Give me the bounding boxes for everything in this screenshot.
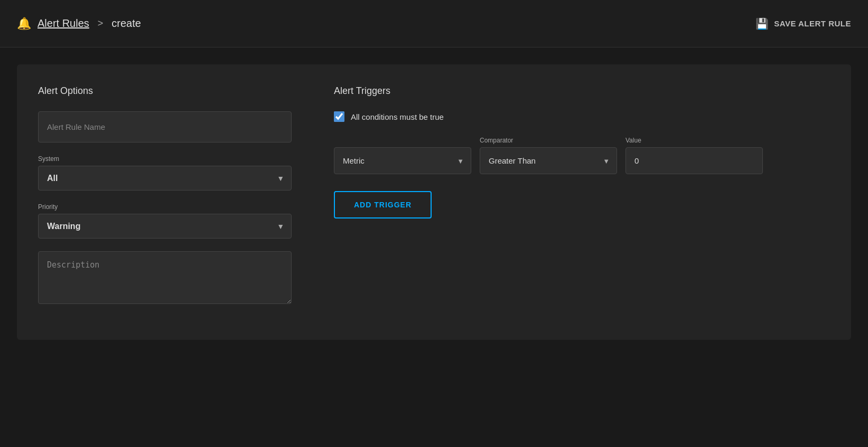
description-textarea[interactable] [38, 251, 292, 304]
trigger-row: Metric CPU Memory Disk ▼ Comparator Grea… [334, 137, 830, 174]
main-content: Alert Options System All System 1 System… [0, 47, 868, 357]
breadcrumb-current: create [111, 17, 141, 30]
system-select-wrapper: System All System 1 System 2 ▼ [38, 155, 292, 191]
bell-icon: 🔔 [17, 17, 31, 31]
priority-select[interactable]: Warning Critical Info [38, 214, 292, 239]
metric-group: Metric CPU Memory Disk ▼ [334, 147, 471, 174]
priority-label: Priority [38, 203, 292, 211]
save-alert-rule-button[interactable]: 💾 SAVE ALERT RULE [755, 17, 851, 30]
comparator-select-wrapper: Greater Than Less Than Equal To Not Equa… [480, 147, 617, 174]
system-label: System [38, 155, 292, 163]
comparator-label: Comparator [480, 137, 617, 144]
breadcrumb-separator: > [98, 18, 104, 29]
alert-options-title: Alert Options [38, 85, 292, 97]
comparator-group: Comparator Greater Than Less Than Equal … [480, 137, 617, 174]
rule-name-group [38, 111, 292, 142]
add-trigger-label: ADD TRIGGER [354, 201, 412, 209]
all-conditions-label: All conditions must be true [351, 112, 444, 121]
all-conditions-checkbox[interactable] [334, 111, 344, 122]
alert-rule-name-input[interactable] [38, 111, 292, 142]
value-group: Value [626, 137, 763, 174]
alert-triggers-section: Alert Triggers All conditions must be tr… [334, 85, 830, 319]
system-select[interactable]: All System 1 System 2 [38, 166, 292, 191]
form-card: Alert Options System All System 1 System… [17, 64, 851, 340]
header: 🔔 Alert Rules > create 💾 SAVE ALERT RULE [0, 0, 868, 47]
add-trigger-button[interactable]: ADD TRIGGER [334, 191, 432, 218]
description-group [38, 251, 292, 306]
metric-select-wrapper: Metric CPU Memory Disk ▼ [334, 147, 471, 174]
priority-group: Priority Warning Critical Info ▼ [38, 203, 292, 239]
breadcrumb: 🔔 Alert Rules > create [17, 17, 141, 31]
alert-rules-link[interactable]: Alert Rules [38, 17, 89, 30]
save-button-label: SAVE ALERT RULE [774, 19, 851, 28]
alert-options-section: Alert Options System All System 1 System… [38, 85, 292, 319]
metric-select[interactable]: Metric CPU Memory Disk [334, 147, 471, 174]
save-icon: 💾 [755, 17, 769, 30]
comparator-select[interactable]: Greater Than Less Than Equal To Not Equa… [480, 147, 617, 174]
system-group: System All System 1 System 2 ▼ [38, 155, 292, 191]
alert-triggers-title: Alert Triggers [334, 85, 830, 97]
priority-select-wrapper: Priority Warning Critical Info ▼ [38, 203, 292, 239]
all-conditions-row: All conditions must be true [334, 111, 830, 122]
value-input[interactable] [626, 147, 763, 174]
value-label: Value [626, 137, 763, 144]
